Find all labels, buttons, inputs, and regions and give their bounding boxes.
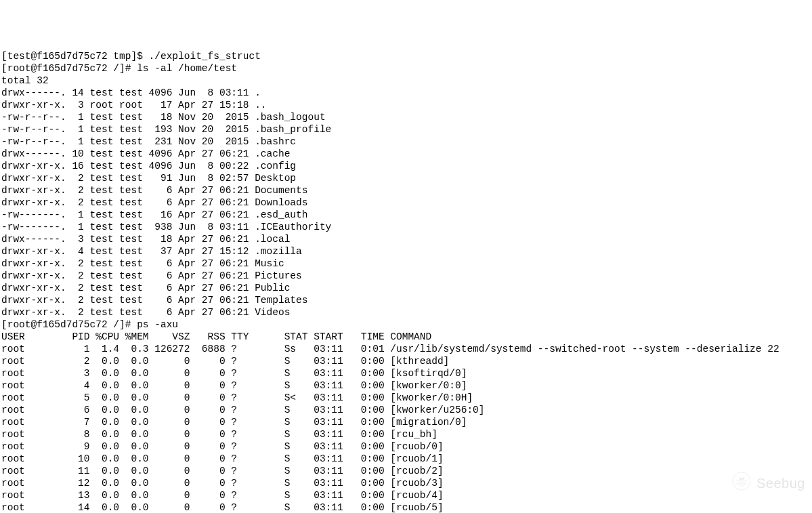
terminal-output[interactable]: [test@f165d7d75c72 tmp]$ ./exploit_fs_st… bbox=[1, 50, 811, 513]
